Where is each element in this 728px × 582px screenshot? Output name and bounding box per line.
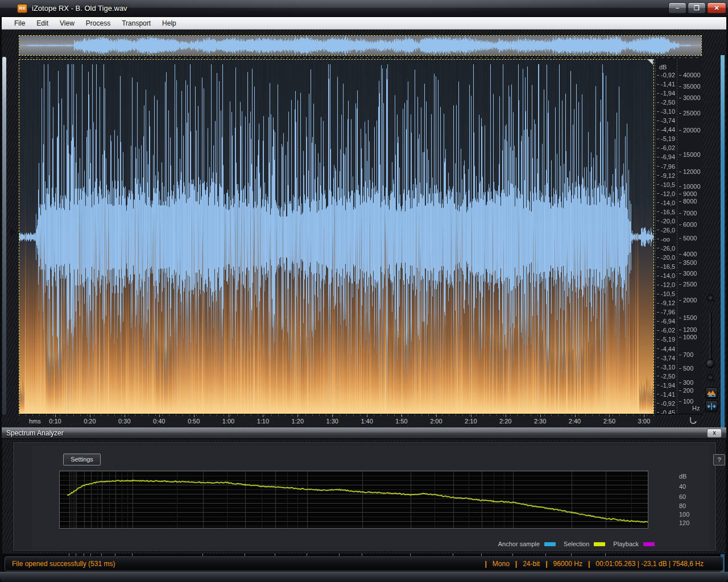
hz-tick-label: 4000: [679, 251, 697, 257]
hz-tick-label: 20000: [679, 127, 701, 134]
db-tick-label: -5,19: [657, 135, 675, 142]
time-tick-label: 0:20: [84, 418, 96, 425]
close-button[interactable]: ✕: [707, 2, 726, 14]
db-tick-label: -16,5: [657, 263, 675, 270]
zoom-out-icon[interactable]: [706, 373, 716, 383]
menu-item-help[interactable]: Help: [156, 18, 182, 28]
hz-tick-label: 12000: [679, 168, 701, 175]
legend-swatch: [544, 542, 556, 546]
legend-label: Anchor sample: [498, 541, 540, 547]
db-tick-label: -9,12: [657, 300, 675, 306]
spectrogram-canvas[interactable]: [19, 60, 653, 414]
status-segment: 00:01:05.263 | -23,1 dB | 7548,6 Hz: [595, 560, 704, 568]
title-bar[interactable]: RX iZotope RX - B. Old Tige.wav – ❐ ✕: [0, 0, 728, 17]
legend-swatch: [594, 542, 605, 546]
overview-canvas[interactable]: [19, 36, 701, 55]
ruler-minor-ticks: [19, 414, 654, 416]
time-tick-label: 0:30: [118, 418, 130, 425]
hz-tick-label: 100: [679, 398, 693, 405]
menu-item-transport[interactable]: Transport: [116, 18, 156, 28]
selection-handle-icon[interactable]: [647, 59, 653, 65]
playhead-marker-icon[interactable]: [10, 228, 16, 236]
hz-tick-label: 40000: [679, 72, 701, 78]
status-message: File opened successfully (531 ms): [12, 560, 115, 568]
time-tick-mark: [332, 414, 333, 417]
db-tick-label: -26,0: [657, 245, 675, 252]
spectrum-legend: Anchor sampleSelectionPlayback: [32, 539, 655, 548]
hz-tick-label: 6000: [679, 221, 697, 228]
spectrum-analyzer-titlebar[interactable]: Spectrum Analyzer x: [2, 427, 726, 439]
help-button[interactable]: ?: [713, 454, 725, 465]
spectrum-analyzer-close-button[interactable]: x: [707, 429, 722, 438]
status-segment: 96000 Hz: [553, 560, 582, 568]
db-tick-label: -6,02: [657, 327, 675, 334]
spectrum-analyzer-body: Settings ? 51020305070100300500700100015…: [2, 439, 726, 554]
db-tick-label: -4,44: [657, 126, 675, 133]
window-title: iZotope RX - B. Old Tige.wav: [32, 4, 127, 13]
window-border-bottom: [0, 572, 728, 582]
db-tick-label: -2,50: [657, 373, 675, 380]
time-tick-mark: [194, 414, 195, 417]
time-tick-mark: [55, 414, 56, 417]
status-separator: |: [515, 560, 517, 568]
spectrum-y-tick-label: dB: [679, 473, 686, 480]
menu-item-view[interactable]: View: [54, 18, 80, 28]
time-tick-mark: [297, 414, 298, 417]
status-file-info: |Mono|24-bit|96000 Hz|00:01:05.263 | -23…: [485, 560, 704, 568]
db-tick-label: -10,5: [657, 181, 675, 188]
hz-tick-label: 25000: [679, 110, 701, 117]
time-tick-label: 0:50: [188, 418, 200, 425]
time-tick-mark: [471, 414, 471, 417]
hz-tick-label: 35000: [679, 83, 701, 90]
time-tick-mark: [159, 414, 160, 417]
zoom-in-icon[interactable]: [706, 293, 716, 304]
time-tick-label: 1:20: [292, 418, 304, 425]
spectrogram-waveform-blend-button[interactable]: [705, 388, 718, 399]
zoom-slider-knob[interactable]: [706, 359, 715, 368]
legend-item-playback: Playback: [613, 541, 655, 547]
status-separator: |: [588, 560, 590, 568]
horizontal-arrows-icon: [706, 401, 717, 411]
hz-tick-label: 1200: [679, 326, 697, 333]
frequency-scale: Hz 4000035000300002500020000150001200010…: [677, 59, 703, 414]
time-tick-mark: [90, 414, 90, 417]
spectrum-y-tick-label: 120: [679, 519, 689, 526]
ruler-end-filler: [656, 414, 702, 427]
hz-tick-label: 8000: [679, 198, 697, 205]
menu-item-file[interactable]: File: [9, 18, 31, 28]
hz-tick-label: 1500: [679, 314, 697, 321]
db-tick-label: -6,94: [657, 153, 675, 160]
time-tick-mark: [263, 414, 263, 417]
hz-tick-label: 7000: [679, 210, 697, 217]
hz-tick-label: 3500: [679, 259, 697, 266]
spectrogram-display[interactable]: [19, 59, 654, 414]
db-tick-label: -10,5: [657, 290, 675, 297]
spectrum-analyzer-inner: Settings ? 51020305070100300500700100015…: [32, 446, 710, 548]
hz-scale-unit: Hz: [692, 405, 700, 411]
time-tick-label: 1:30: [326, 418, 338, 425]
hz-tick-label: 300: [679, 379, 693, 386]
maximize-button[interactable]: ❐: [688, 2, 706, 14]
spectrum-axis-labels: 5102030507010030050070010001500200030005…: [59, 471, 685, 550]
application-window: RX iZotope RX - B. Old Tige.wav – ❐ ✕ Fi…: [0, 0, 728, 582]
menu-item-process[interactable]: Process: [80, 18, 116, 28]
time-tick-mark: [402, 414, 402, 417]
settings-button[interactable]: Settings: [63, 454, 101, 465]
spectrum-analyzer-panel: Settings ? 51020305070100300500700100015…: [13, 442, 717, 551]
db-scale-header: dB: [659, 64, 667, 70]
hz-tick-label: 3000: [679, 270, 697, 277]
legend-label: Selection: [564, 541, 589, 547]
time-ruler-end-icon: [689, 417, 698, 425]
menu-item-edit[interactable]: Edit: [31, 18, 54, 28]
status-bar: File opened successfully (531 ms) |Mono|…: [5, 556, 723, 571]
fit-selection-button[interactable]: [705, 401, 718, 412]
hz-tick-label: 15000: [679, 151, 701, 158]
waveform-overview[interactable]: [19, 35, 702, 56]
minimize-button[interactable]: –: [668, 2, 686, 14]
vertical-scrollbar[interactable]: [2, 57, 6, 415]
db-tick-label: -26,0: [657, 227, 675, 234]
legend-item-selection: Selection: [564, 541, 605, 547]
time-tick-mark: [506, 414, 506, 417]
time-ruler[interactable]: hms 0:100:200:300:400:501:001:101:201:30…: [19, 414, 702, 426]
hz-tick-label: 9000: [679, 190, 697, 197]
